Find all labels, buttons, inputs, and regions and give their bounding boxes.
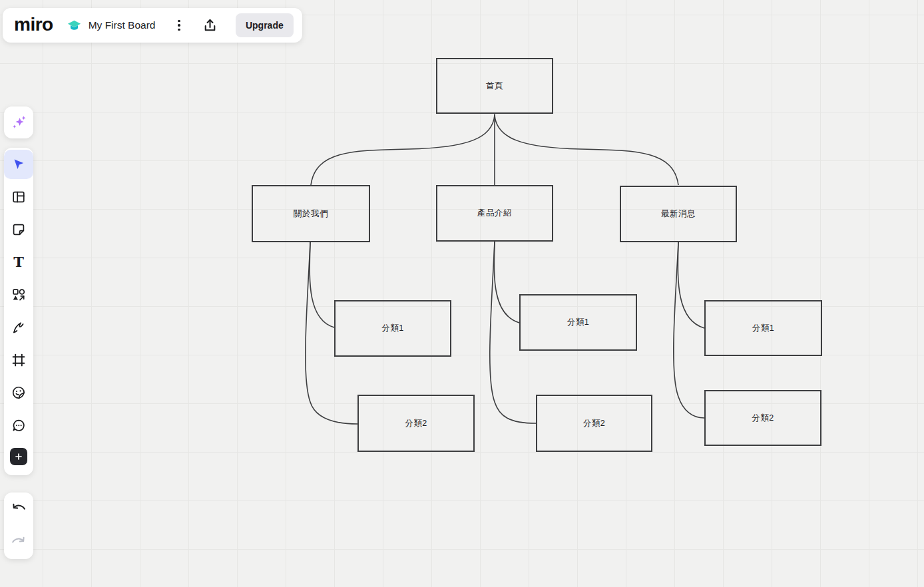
history-toolbar — [4, 492, 33, 559]
tool-pen[interactable] — [4, 313, 33, 342]
node-label: 分類1 — [567, 317, 589, 328]
share-export-button[interactable] — [198, 13, 222, 38]
tool-frame[interactable] — [4, 345, 33, 375]
connector-news-news-cat1[interactable] — [678, 242, 704, 328]
connector-home-about[interactable] — [311, 115, 495, 185]
node-label: 首頁 — [486, 81, 503, 92]
node-label: 分類1 — [381, 323, 403, 334]
tool-add-more[interactable] — [4, 443, 33, 470]
sticky-note-icon — [11, 222, 27, 238]
flowchart-node-news-cat2[interactable]: 分類2 — [704, 390, 821, 446]
redo-button[interactable] — [4, 528, 33, 557]
frame-icon — [11, 352, 27, 368]
tool-sticky-note[interactable] — [4, 215, 33, 244]
board-canvas[interactable]: 首頁關於我們產品介紹最新消息分類1分類2分類1分類2分類1分類2 — [0, 0, 924, 587]
node-label: 分類2 — [583, 418, 605, 429]
node-label: 產品介紹 — [477, 208, 512, 219]
undo-button[interactable] — [4, 494, 33, 524]
flowchart-node-home[interactable]: 首頁 — [436, 58, 553, 114]
comment-icon — [11, 417, 27, 433]
education-cap-icon — [67, 18, 82, 33]
flowchart-node-news-cat1[interactable]: 分類1 — [704, 300, 822, 356]
flowchart-node-news[interactable]: 最新消息 — [620, 186, 737, 242]
main-toolbar: T — [4, 148, 33, 475]
pen-icon — [11, 319, 27, 335]
flowchart-node-products-cat2[interactable]: 分類2 — [536, 395, 652, 452]
connector-about-about-cat1[interactable] — [310, 242, 334, 327]
connector-products-products-cat1[interactable] — [494, 242, 519, 323]
shapes-connectors-icon — [11, 287, 27, 303]
node-label: 分類2 — [405, 418, 427, 429]
flowchart-node-about-cat2[interactable]: 分類2 — [357, 395, 475, 452]
flowchart-node-about-cat1[interactable]: 分類1 — [334, 300, 451, 357]
ai-create-button[interactable] — [4, 108, 33, 137]
node-label: 分類1 — [752, 323, 774, 334]
tool-select[interactable] — [4, 150, 33, 179]
ai-tools-card — [4, 106, 33, 138]
text-icon: T — [11, 254, 27, 270]
tool-sticker[interactable] — [4, 378, 33, 407]
sticker-emoji-icon — [11, 385, 27, 401]
tool-text[interactable]: T — [4, 248, 33, 277]
cursor-icon — [11, 156, 27, 172]
tool-comment[interactable] — [4, 411, 33, 440]
svg-text:T: T — [13, 254, 24, 270]
kebab-menu-icon — [178, 20, 180, 31]
flowchart-node-about[interactable]: 關於我們 — [252, 185, 370, 242]
tool-shapes[interactable] — [4, 280, 33, 309]
miro-logo[interactable]: miro — [14, 14, 53, 35]
connector-home-news[interactable] — [495, 115, 678, 185]
board-menu-button[interactable] — [162, 16, 194, 35]
ai-sparkles-icon — [10, 114, 27, 131]
templates-layout-icon — [11, 189, 27, 205]
node-label: 關於我們 — [294, 208, 328, 220]
board-name-button[interactable]: My First Board — [60, 14, 162, 37]
undo-icon — [11, 501, 27, 517]
redo-icon — [11, 534, 27, 550]
top-toolbar: miro My First Board Upgrade — [3, 8, 302, 43]
board-name: My First Board — [89, 19, 156, 31]
node-label: 最新消息 — [661, 208, 696, 220]
upgrade-button[interactable]: Upgrade — [236, 13, 294, 37]
tool-templates[interactable] — [4, 182, 33, 212]
flowchart-node-products-cat1[interactable]: 分類1 — [519, 294, 637, 351]
node-label: 分類2 — [752, 413, 774, 424]
flowchart-node-products[interactable]: 產品介紹 — [436, 185, 553, 242]
export-share-icon — [202, 17, 218, 34]
plus-icon — [10, 448, 27, 465]
